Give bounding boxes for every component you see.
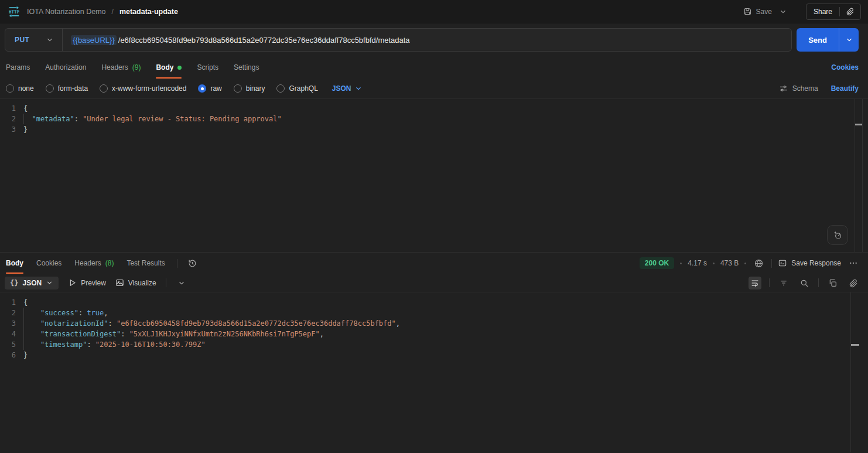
divider <box>769 278 770 287</box>
tab-headers[interactable]: Headers(9) <box>101 56 141 79</box>
body-toolbar-right: Schema Beautify <box>779 84 859 93</box>
url-variable-chip[interactable]: {{baseURL}} <box>71 35 117 45</box>
body-type-graphql[interactable]: GraphQL <box>276 84 317 93</box>
dot-separator <box>680 263 682 264</box>
schema-button[interactable]: Schema <box>779 84 818 93</box>
response-meta: 200 OK 4.17 s 473 B Save Response <box>640 257 860 270</box>
code-line: 4 "transactionDigest": "5xXLJ1KHJxyiNNfx… <box>0 329 868 339</box>
tab-body[interactable]: Body <box>156 56 182 79</box>
play-icon <box>68 278 77 287</box>
more-views-chevron[interactable] <box>176 277 187 289</box>
http-request-icon: HTTP <box>7 5 21 19</box>
method-selector[interactable]: PUT <box>5 36 29 44</box>
response-section: Body Cookies Headers(8) Test Results 200… <box>0 252 868 452</box>
indent-guide <box>23 339 40 350</box>
response-headers-count: (8) <box>105 259 114 267</box>
send-options-chevron[interactable] <box>839 28 859 52</box>
search-button[interactable] <box>798 277 811 289</box>
code-line: 2 "success": true, <box>0 308 868 318</box>
tab-params[interactable]: Params <box>6 56 30 79</box>
response-tab-cookies[interactable]: Cookies <box>36 253 61 274</box>
language-selector[interactable]: JSON <box>332 84 363 93</box>
body-type-options: none form-data x-www-form-urlencoded raw… <box>6 84 363 93</box>
save-button[interactable]: Save <box>743 7 772 16</box>
scroll-marker[interactable] <box>851 344 859 346</box>
chevron-down-icon <box>354 84 363 93</box>
filter-button[interactable] <box>777 277 790 289</box>
line-number: 5 <box>0 339 23 350</box>
response-time: 4.17 s <box>688 259 707 267</box>
url-input[interactable]: {{baseURL}} /e6f8ccb6950458fd9eb793d8a56… <box>63 35 791 45</box>
word-wrap-icon <box>750 278 760 288</box>
save-label: Save <box>756 8 772 16</box>
ellipsis-icon <box>849 258 858 268</box>
copy-link-button[interactable] <box>840 4 860 19</box>
top-bar: HTTP IOTA Notarization Demo / metadata-u… <box>0 0 868 23</box>
response-tab-body[interactable]: Body <box>6 253 23 274</box>
body-type-binary[interactable]: binary <box>234 84 265 93</box>
indent-guide <box>23 114 32 124</box>
body-type-form-data[interactable]: form-data <box>46 84 88 93</box>
share-button[interactable]: Share <box>807 4 839 19</box>
method-chevron[interactable] <box>46 36 54 44</box>
tab-settings[interactable]: Settings <box>234 56 259 79</box>
line-number: 1 <box>0 103 23 114</box>
chevron-down-icon <box>46 36 54 44</box>
breadcrumb-collection[interactable]: IOTA Notarization Demo <box>27 8 106 16</box>
request-body-editor[interactable]: 1 { 2 "metadata": "Under legal review - … <box>0 98 868 252</box>
headers-count: (9) <box>132 63 141 71</box>
response-history-button[interactable] <box>186 257 199 270</box>
code-line: 5 "timestamp": "2025-10-16T10:50:30.799Z… <box>0 339 868 350</box>
more-options-button[interactable] <box>847 257 860 270</box>
radio-icon <box>6 84 14 93</box>
indent-guide <box>23 318 40 329</box>
response-header: Body Cookies Headers(8) Test Results 200… <box>0 253 868 274</box>
radio-icon <box>234 84 242 93</box>
editor-overview-ruler[interactable] <box>855 99 863 252</box>
radio-icon <box>100 84 108 93</box>
code-line: 2 "metadata": "Under legal review - Stat… <box>0 114 868 124</box>
body-type-raw[interactable]: raw <box>198 84 221 93</box>
save-options-chevron[interactable] <box>778 6 788 17</box>
chevron-down-icon <box>46 279 53 287</box>
indent-guide <box>23 329 40 339</box>
response-format-selector[interactable]: {} JSON <box>5 277 59 289</box>
request-url-box: PUT {{baseURL}} /e6f8ccb6950458fd9eb793d… <box>5 28 792 52</box>
editor-overview-ruler[interactable] <box>850 292 867 452</box>
breadcrumb-request-name[interactable]: metadata-update <box>119 8 178 16</box>
link-icon <box>849 278 858 288</box>
divider <box>177 259 177 268</box>
network-info-button[interactable] <box>752 257 766 270</box>
filter-icon <box>779 278 788 288</box>
code-line: 1 { <box>0 297 868 308</box>
visualize-button[interactable]: Visualize <box>115 278 156 287</box>
beautify-button[interactable]: Beautify <box>831 84 859 93</box>
divider <box>166 278 166 287</box>
cookies-link[interactable]: Cookies <box>831 63 859 71</box>
response-tab-test-results[interactable]: Test Results <box>127 253 165 274</box>
copy-icon <box>828 278 838 288</box>
postbot-button[interactable] <box>827 225 848 245</box>
preview-button[interactable]: Preview <box>68 278 106 287</box>
request-tabs-row: Params Authorization Headers(9) Body Scr… <box>0 56 868 79</box>
tab-authorization[interactable]: Authorization <box>45 56 86 79</box>
tab-scripts[interactable]: Scripts <box>197 56 218 79</box>
body-type-urlencoded[interactable]: x-www-form-urlencoded <box>100 84 186 93</box>
copy-button[interactable] <box>826 277 839 289</box>
chevron-down-icon <box>177 279 186 287</box>
save-response-button[interactable]: Save Response <box>778 258 841 268</box>
response-body-viewer: 1 { 2 "success": true, 3 "notarizationId… <box>0 292 868 452</box>
send-button[interactable]: Send <box>797 28 839 52</box>
link-button[interactable] <box>847 277 860 289</box>
scroll-marker[interactable] <box>855 124 862 125</box>
body-type-none[interactable]: none <box>6 84 34 93</box>
word-wrap-button[interactable] <box>749 277 761 289</box>
response-tab-headers[interactable]: Headers(8) <box>74 253 114 274</box>
code-line: 3 "notarizationId": "e6f8ccb6950458fd9eb… <box>0 318 868 329</box>
line-number: 4 <box>0 329 23 339</box>
code-line: 6 } <box>0 350 868 360</box>
line-number: 6 <box>0 350 23 360</box>
breadcrumb-separator: / <box>112 8 114 16</box>
body-modified-dot <box>177 66 182 70</box>
top-actions: Save Share <box>743 4 861 20</box>
